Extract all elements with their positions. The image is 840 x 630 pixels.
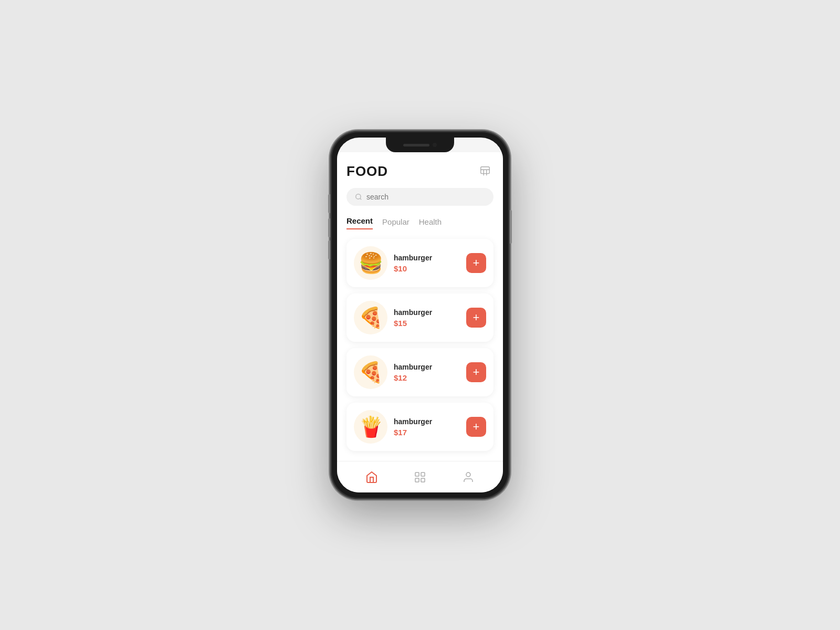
food-image-4: 🍟 — [354, 410, 387, 444]
food-info-4: hamburger $17 — [394, 417, 460, 437]
svg-rect-0 — [481, 167, 490, 174]
profile-icon — [462, 471, 475, 484]
home-icon — [365, 471, 378, 484]
food-info-2: hamburger $15 — [394, 308, 460, 328]
nav-menu[interactable] — [410, 467, 430, 488]
search-icon — [355, 193, 362, 201]
svg-line-5 — [360, 198, 362, 200]
add-button-1[interactable]: + — [466, 253, 486, 273]
food-info-3: hamburger $12 — [394, 363, 460, 382]
bottom-nav — [337, 461, 503, 492]
food-card-2: 🍕 hamburger $15 + — [346, 293, 494, 342]
add-button-4[interactable]: + — [466, 417, 486, 437]
food-name-1: hamburger — [394, 254, 460, 262]
food-card-3: 🍕 hamburger $12 + — [346, 348, 494, 396]
food-emoji-1: 🍔 — [359, 251, 383, 275]
food-emoji-2: 🍕 — [359, 306, 383, 329]
nav-home[interactable] — [361, 467, 382, 488]
food-image-3: 🍕 — [354, 355, 387, 389]
food-image-2: 🍕 — [354, 301, 387, 334]
food-name-2: hamburger — [394, 308, 460, 317]
food-emoji-3: 🍕 — [359, 361, 383, 384]
app-title: FOOD — [346, 163, 388, 180]
food-card-4: 🍟 hamburger $17 + — [346, 403, 494, 451]
tabs-row: Recent Popular Health — [346, 216, 494, 229]
cart-icon — [479, 165, 491, 177]
app-header: FOOD — [346, 163, 494, 180]
add-button-3[interactable]: + — [466, 362, 486, 382]
phone-frame: FOOD — [331, 131, 509, 499]
nav-profile[interactable] — [458, 467, 479, 488]
app-content: FOOD — [337, 152, 503, 461]
food-name-3: hamburger — [394, 363, 460, 371]
front-camera — [433, 143, 437, 147]
svg-rect-9 — [421, 478, 425, 482]
food-price-2: $15 — [394, 319, 460, 328]
phone-notch — [386, 138, 454, 152]
svg-rect-6 — [415, 472, 419, 476]
add-button-2[interactable]: + — [466, 308, 486, 328]
food-emoji-4: 🍟 — [359, 415, 383, 438]
food-card-1: 🍔 hamburger $10 + — [346, 239, 494, 287]
svg-rect-7 — [421, 472, 425, 476]
food-list: 🍔 hamburger $10 + 🍕 — [346, 239, 494, 451]
phone-screen: FOOD — [337, 138, 503, 492]
tab-health[interactable]: Health — [419, 217, 442, 229]
food-price-1: $10 — [394, 264, 460, 273]
speaker-grille — [403, 144, 429, 146]
search-bar[interactable] — [346, 188, 494, 206]
food-price-3: $12 — [394, 373, 460, 382]
svg-point-10 — [466, 472, 470, 477]
svg-point-4 — [356, 194, 361, 199]
tab-recent[interactable]: Recent — [346, 216, 373, 229]
cart-button[interactable] — [477, 163, 494, 180]
food-name-4: hamburger — [394, 417, 460, 426]
food-image-1: 🍔 — [354, 246, 387, 280]
menu-icon — [414, 471, 426, 484]
phone-mockup: FOOD — [331, 131, 509, 499]
food-price-4: $17 — [394, 428, 460, 437]
tab-popular[interactable]: Popular — [382, 217, 410, 229]
svg-rect-8 — [415, 478, 419, 482]
food-info-1: hamburger $10 — [394, 254, 460, 273]
search-input[interactable] — [366, 193, 485, 201]
